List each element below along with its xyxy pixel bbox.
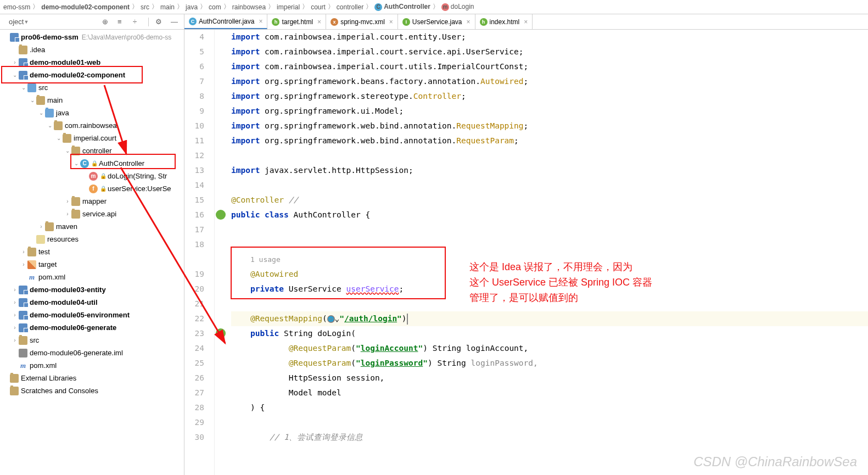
tree-item[interactable]: ⌄demo-module02-component <box>0 69 184 81</box>
tree-item[interactable]: ⌄imperial.court <box>0 132 184 144</box>
tab-AuthController-java[interactable]: CAuthController.java× <box>184 14 267 29</box>
folder-icon <box>71 147 80 155</box>
tree-item[interactable]: ⌄main <box>0 94 184 107</box>
breadcrumb-item[interactable]: emo-ssm <box>3 3 30 11</box>
module-icon <box>19 323 27 332</box>
breadcrumb-item[interactable]: CAuthController <box>374 3 430 11</box>
code-editor[interactable]: 456789101112131415161718 192021222324252… <box>184 30 868 475</box>
close-icon[interactable]: × <box>467 18 471 26</box>
breadcrumb-item[interactable]: mdoLogin <box>441 3 474 11</box>
folder-b-icon <box>45 109 54 118</box>
folder-icon <box>54 121 63 130</box>
module-icon <box>19 311 27 320</box>
folder-icon <box>36 96 45 105</box>
breadcrumb-item[interactable]: src <box>141 3 149 11</box>
project-tree[interactable]: pro06-demo-ssmE:\Java\Maven\pro06-demo-s… <box>0 30 184 475</box>
folder-b-icon <box>27 83 36 92</box>
toolbar-row: oject ▼ ⊕ ≡ ÷ ⚙ — CAuthController.java×h… <box>0 14 868 30</box>
module-icon <box>10 33 19 42</box>
lib-icon <box>10 374 19 383</box>
code-area[interactable]: import com.rainbowsea.imperial.court.ent… <box>228 30 868 475</box>
breadcrumb-item[interactable]: court <box>311 3 326 11</box>
breadcrumb: emo-ssm〉demo-module02-component〉src〉main… <box>0 0 868 14</box>
tree-item[interactable]: ›demo-module04-util <box>0 296 184 309</box>
iml-icon <box>19 349 27 357</box>
tree-item[interactable]: pro06-demo-ssmE:\Java\Maven\pro06-demo-s… <box>0 31 184 43</box>
tree-item[interactable]: resources <box>0 233 184 245</box>
tree-item[interactable]: ›demo-module03-entity <box>0 283 184 296</box>
watermark: CSDN @ChinaRainbowSea <box>693 454 857 470</box>
tab-target-html[interactable]: htarget.html× <box>267 14 326 29</box>
tab-index-html[interactable]: hindex.html× <box>475 14 533 29</box>
breadcrumb-item[interactable]: controller <box>337 3 363 11</box>
line-gutter: 456789101112131415161718 192021222324252… <box>184 30 215 475</box>
tree-item[interactable]: mpom.xml <box>0 359 184 372</box>
breadcrumb-item[interactable]: demo-module02-component <box>41 3 130 11</box>
gutter-icons <box>215 30 228 475</box>
tree-item[interactable]: ›src <box>0 334 184 347</box>
lock-icon: 🔒 <box>100 186 107 192</box>
tree-item[interactable]: ›demo-module05-environment <box>0 309 184 321</box>
breadcrumb-item[interactable]: imperial <box>277 3 300 11</box>
tree-item[interactable]: ⌄com.rainbowsea <box>0 119 184 132</box>
field-icon: f <box>89 185 98 193</box>
scratch-icon <box>10 387 19 395</box>
class-icon: C <box>80 159 89 168</box>
tree-item[interactable]: External Libraries <box>0 372 184 384</box>
module-icon <box>19 286 27 294</box>
pom-icon: m <box>27 273 36 282</box>
target-icon <box>27 260 36 269</box>
tree-item[interactable]: ›maven <box>0 220 184 233</box>
folder-icon <box>63 134 71 143</box>
tree-item[interactable]: Scratches and Consoles <box>0 384 184 397</box>
tree-item[interactable]: mpom.xml <box>0 271 184 283</box>
divider <box>148 18 149 26</box>
breadcrumb-item[interactable]: main <box>160 3 175 11</box>
tree-item[interactable]: ⌄C🔒AuthController <box>0 157 184 170</box>
tree-item[interactable]: demo-module06-generate.iml <box>0 347 184 359</box>
collapse-icon[interactable]: ÷ <box>133 18 142 26</box>
close-icon[interactable]: × <box>389 18 393 26</box>
lock-icon: 🔒 <box>91 160 98 166</box>
editor-tabs: CAuthController.java×htarget.html×xsprin… <box>184 14 868 29</box>
tree-item[interactable]: ›service.api <box>0 208 184 220</box>
close-icon[interactable]: × <box>524 18 528 26</box>
module-icon <box>19 298 27 307</box>
breadcrumb-item[interactable]: com <box>209 3 221 11</box>
tree-item[interactable]: ⌄controller <box>0 144 184 157</box>
folder-icon <box>71 210 80 219</box>
breadcrumb-item[interactable]: java <box>186 3 198 11</box>
gear-icon[interactable]: ⚙ <box>155 18 164 26</box>
tree-item[interactable]: ⌄src <box>0 81 184 94</box>
tree-item[interactable]: ›target <box>0 258 184 271</box>
folder-icon <box>45 222 54 231</box>
project-view-dropdown[interactable]: oject ▼ <box>4 15 33 28</box>
module-icon <box>19 71 27 80</box>
breadcrumb-item[interactable]: rainbowsea <box>232 3 266 11</box>
tree-item[interactable]: ›test <box>0 245 184 258</box>
close-icon[interactable]: × <box>259 18 262 25</box>
annotation-text: 这个是 Idea 误报了，不用理会，因为 这个 UserService 已经被 … <box>469 259 652 305</box>
folder-icon <box>19 46 27 54</box>
tree-item[interactable]: ›mapper <box>0 195 184 208</box>
folder-icon <box>71 197 80 206</box>
hide-icon[interactable]: — <box>171 18 180 26</box>
tree-item[interactable]: m🔒doLogin(String, Str <box>0 170 184 182</box>
tree-item[interactable]: f🔒userService:UserSe <box>0 182 184 195</box>
project-toolbar: oject ▼ ⊕ ≡ ÷ ⚙ — <box>0 14 184 29</box>
tab-UserService-java[interactable]: IUserService.java× <box>398 14 475 29</box>
tree-item[interactable]: ⌄java <box>0 107 184 119</box>
main-area: pro06-demo-ssmE:\Java\Maven\pro06-demo-s… <box>0 30 868 475</box>
lock-icon: 🔒 <box>100 173 107 179</box>
expand-icon[interactable]: ≡ <box>117 18 126 26</box>
module-icon <box>19 58 27 67</box>
locate-icon[interactable]: ⊕ <box>102 18 111 26</box>
tab-spring-mvc-xml[interactable]: xspring-mvc.xml× <box>326 14 398 29</box>
pom-icon: m <box>19 361 27 370</box>
method-icon: m <box>89 172 98 181</box>
tree-item[interactable]: ›demo-module01-web <box>0 56 184 69</box>
folder-icon <box>27 248 36 256</box>
tree-item[interactable]: ›demo-module06-generate <box>0 321 184 334</box>
close-icon[interactable]: × <box>317 18 321 26</box>
tree-item[interactable]: .idea <box>0 43 184 56</box>
